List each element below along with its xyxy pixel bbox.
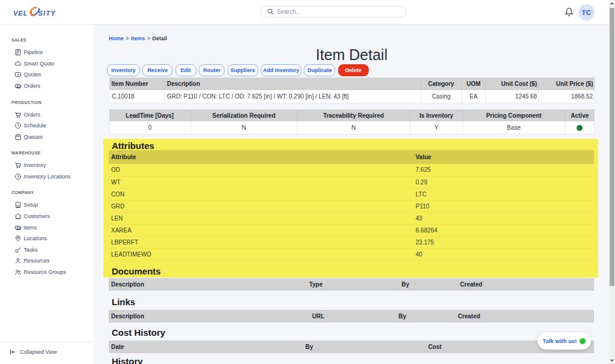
svg-text:VEL: VEL <box>13 10 28 17</box>
svg-text:SITY: SITY <box>38 10 56 17</box>
